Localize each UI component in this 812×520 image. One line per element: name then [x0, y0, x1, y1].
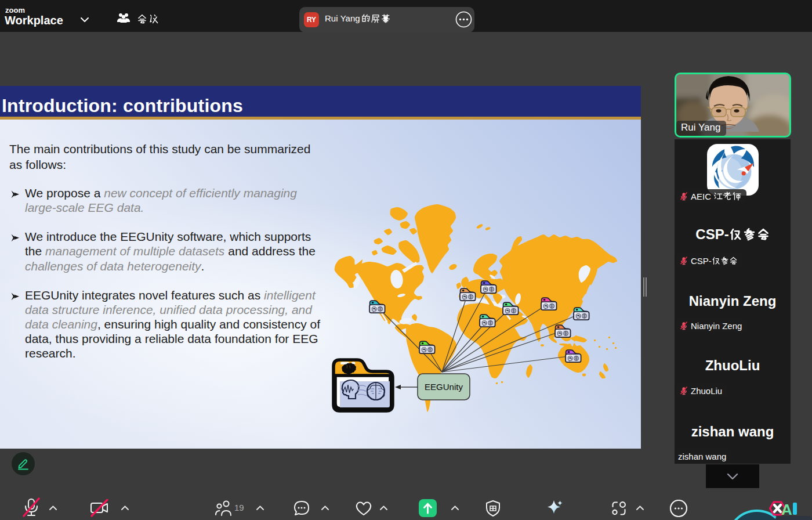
- svg-text:EEGUnity: EEGUnity: [425, 382, 463, 392]
- svg-text:A: A: [781, 501, 792, 518]
